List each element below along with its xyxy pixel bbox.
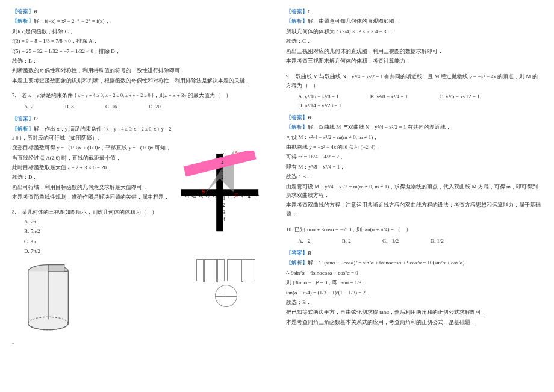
- exp9-l4: 可得 m = 16/4 − 4/2 = 2，: [286, 152, 542, 161]
- svg-text:-5: -5: [185, 194, 189, 199]
- svg-text:-1: -1: [221, 196, 225, 201]
- exp9-label: 【解析】: [286, 124, 308, 130]
- exp6-l1: 【解析】解：f(−x) = x² − 2⁻ˣ − 2ˣ = f(x)，: [12, 17, 268, 25]
- exp8-label: 【解析】: [286, 18, 308, 24]
- ans8-label: 【答案】: [286, 8, 308, 14]
- feasible-region-graph: x y A B C -5-4-3-2-112345 12345-1-2-3-4: [175, 151, 265, 235]
- ans7-label: 【答案】: [12, 116, 34, 122]
- exp10-l7: 本题考查同角三角函数基本关系式的应用，考查两角和的正切公式，是基础题．: [286, 318, 542, 326]
- exp9-l7: 由题意可设 M：y²/4 − x²/2 = m(m ≠ 0, m ≠ 1)，求得…: [286, 182, 542, 200]
- svg-text:3: 3: [221, 167, 223, 173]
- svg-text:-4: -4: [191, 194, 196, 199]
- three-views: [187, 259, 265, 311]
- exp9-l2: 可设 M：y²/4 − x²/2 = m(m ≠ 0, m ≠ 1)，: [286, 133, 542, 142]
- q7d: D. 20: [149, 102, 161, 111]
- svg-text:4: 4: [221, 160, 223, 166]
- exp6-l2: 则f(x)是偶函数，排除 C，: [12, 27, 268, 36]
- q10: 10. 已知 sinα + 3cosα = −√10，则 tan(α + π/4…: [286, 225, 542, 234]
- ans9: 【答案】B: [286, 113, 542, 122]
- q8c: C. 3π: [24, 237, 268, 246]
- exp10-l1: 【解析】解：∵ (sinα + 3cosα)² = sin²α + 6sinαc…: [286, 258, 542, 267]
- svg-text:2: 2: [234, 194, 236, 199]
- svg-text:3: 3: [241, 194, 243, 199]
- exp9-l8: 本题考查双曲线的方程，注意运用共渐近线方程的双曲线方程的设法，考查方程思想和运算…: [286, 201, 542, 218]
- ans7: 【答案】D: [12, 114, 268, 123]
- q7c: C. 16: [105, 102, 117, 111]
- top-view: [215, 285, 237, 307]
- ans10: 【答案】B: [286, 249, 542, 257]
- exp10-l6: 把已知等式两边平方，再由弦化切求得 tanα，然后利用两角和的正切公式求解即可．: [286, 308, 542, 316]
- exp8-l4: 画出三视图对应的几何体的直观图，利用三视图的数据求解即可．: [286, 47, 542, 55]
- svg-text:5: 5: [255, 194, 257, 199]
- svg-text:-4: -4: [221, 217, 225, 222]
- exp8-l1: 【解析】解：由题意可知几何体的直观图如图：: [286, 17, 542, 25]
- q8d: D. 7π/2: [24, 247, 268, 255]
- q9-opts: A. y²/16 − x²/8 = 1 B. y²/8 − x²/4 = 1 C…: [298, 92, 542, 110]
- exp6-l3: f(3) = 9 − 8 − 1/8 = 7/8 > 0，排除 A，: [12, 37, 268, 45]
- ans6: 【答案】B: [12, 7, 268, 16]
- exp6-l4: f(5) = 25 − 32 − 1/32 = −7 − 1/32 < 0，排除…: [12, 47, 268, 55]
- ans8: 【答案】C: [286, 7, 542, 16]
- page-number: 2: [12, 342, 14, 344]
- exp9-l1: 【解析】解：双曲线 M 与双曲线 N：y²/4 − x²/2 = 1 有共同的渐…: [286, 123, 542, 131]
- q10b: B. 2: [342, 237, 351, 245]
- svg-text:1: 1: [227, 194, 229, 199]
- exp6-l6: 判断函数的奇偶性和对称性，利用特殊值的符号的一致性进行排除即可．: [12, 66, 268, 75]
- exp6-l5: 故选：B．: [12, 57, 268, 65]
- exp10-l5: 故选：B．: [286, 298, 542, 306]
- left-column: 【答案】B 【解析】解：f(−x) = x² − 2⁻ˣ − 2ˣ = f(x)…: [12, 6, 268, 338]
- svg-text:-2: -2: [221, 202, 225, 208]
- exp7-l2: 变形目标函数可得 y = −(1/3)x + (1/3)z，平移直线 y = −…: [12, 143, 175, 152]
- exp7-l1: 【解析】解：作出 x，y 满足约束条件 { x − y + 4 ≥ 0; x −…: [12, 125, 175, 143]
- q7-opts: A. 2 B. 8 C. 16 D. 20: [24, 102, 268, 111]
- exp9-l6: 故选：B．: [286, 172, 542, 181]
- svg-text:-1: -1: [213, 194, 217, 199]
- ans10-val: B: [308, 250, 311, 256]
- exp7-label: 【解析】: [12, 126, 34, 132]
- exp8-l5: 本题考查三视图求解几何体的体积，考查计算能力．: [286, 57, 542, 65]
- exp6-label: 【解析】: [12, 18, 34, 24]
- ans7-val: D: [34, 116, 38, 122]
- q9: 9. 双曲线 M 与双曲线 N：y²/4 − x²/2 = 1 有共同的渐近线，…: [286, 72, 542, 90]
- q10c: C. −1/2: [382, 237, 399, 245]
- exp9-l3: 由抛物线 y = −x² − 4x 的顶点为 (−2, 4)，: [286, 143, 542, 151]
- q10-opts: A. −2 B. 2 C. −1/2 D. 1/2: [298, 237, 542, 245]
- cylinder-3d: [24, 263, 72, 335]
- side-view: [227, 259, 255, 281]
- exp9-l5: 即有 M：y²/8 − x²/4 = 1，: [286, 163, 542, 171]
- ans6-val: B: [34, 8, 37, 14]
- svg-text:-3: -3: [199, 194, 203, 199]
- ans9-val: B: [308, 114, 311, 120]
- q7b: B. 8: [65, 102, 74, 111]
- svg-text:5: 5: [221, 154, 223, 159]
- q10d: D. 1/2: [430, 237, 444, 245]
- svg-text:A: A: [235, 151, 238, 155]
- q9b: B. y²/8 − x²/4 = 1: [370, 92, 408, 101]
- svg-text:4: 4: [248, 194, 251, 199]
- exp6-l7: 本题主要考查函数图象的识别和判断，根据函数的奇偶性和对称性，利用排除法是解决本题…: [12, 76, 268, 85]
- q10a: A. −2: [298, 237, 311, 245]
- q7a: A. 2: [24, 102, 34, 111]
- exp8-l3: 故选：C．: [286, 37, 542, 45]
- ans10-label: 【答案】: [286, 250, 308, 256]
- ans9-label: 【答案】: [286, 114, 308, 120]
- right-column: 【答案】C 【解析】解：由题意可知几何体的直观图如图： 所以几何体的体积为：(3…: [286, 6, 542, 338]
- exp10-l3: 则 (3tanα − 1)² = 0，即 tanα = 1/3，: [286, 278, 542, 287]
- svg-text:-2: -2: [206, 194, 210, 199]
- svg-text:-3: -3: [221, 210, 225, 215]
- ans6-label: 【答案】: [12, 8, 34, 14]
- ans8-val: C: [308, 8, 311, 14]
- exp8-l2: 所以几何体的体积为：(3/4) × 1² × π × 4 = 3π．: [286, 27, 542, 36]
- exp10-label: 【解析】: [286, 260, 308, 266]
- q7: 7. 若 x，y 满足约束条件 { x − y + 4 ≥ 0; x − 2 ≤…: [12, 91, 268, 100]
- svg-text:1: 1: [221, 181, 223, 187]
- q9c: C. y²/6 − x²/12 = 1: [440, 92, 480, 101]
- q9d: D. x²/14 − y²/28 = 1: [298, 101, 341, 110]
- front-view: [196, 259, 225, 281]
- q9a: A. y²/16 − x²/8 = 1: [298, 92, 339, 101]
- exp10-l2: ∴ 9sin²α − 6sinαcosα + cos²α = 0，: [286, 269, 542, 277]
- svg-text:2: 2: [221, 175, 223, 180]
- exp10-l4: tan(α + π/4) = (1/3 + 1)/(1 − 1/3) = 2．: [286, 288, 542, 297]
